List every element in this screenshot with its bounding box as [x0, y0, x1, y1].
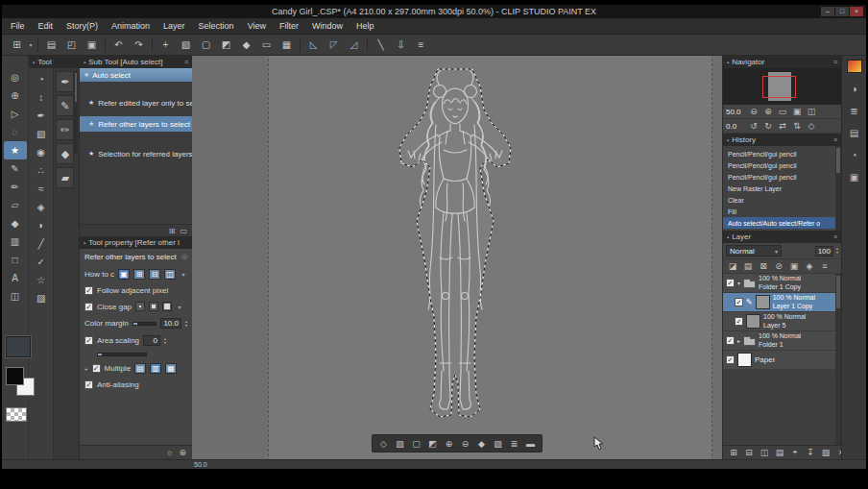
marquee-tool[interactable]: ▧	[30, 125, 53, 143]
tone-tool[interactable]: ▨	[30, 289, 53, 307]
menu-help[interactable]: Help	[350, 18, 381, 34]
multiple-refer-selected-icon[interactable]: ▥	[150, 363, 161, 374]
ruler-tool[interactable]: ╱	[30, 234, 53, 253]
history-item-selected[interactable]: Auto select/Auto select/Refer o	[723, 217, 835, 229]
sub-tool-brush[interactable]: ▰	[56, 167, 74, 188]
sub-tool-fill[interactable]: ◆	[56, 143, 74, 164]
reset-settings-icon[interactable]: ☼	[165, 448, 173, 457]
flip-horizontal-icon[interactable]: ⇄	[776, 120, 789, 132]
eyedropper-icon[interactable]: ◎	[181, 253, 187, 260]
layer-row-paper[interactable]: ✓ Paper	[723, 351, 841, 370]
panel-menu-icon[interactable]: ≡	[184, 59, 188, 65]
material-tab-icon[interactable]: ▤	[847, 126, 862, 139]
apply-mask-icon[interactable]: ▨	[820, 448, 832, 457]
zoom-tool[interactable]: ◎	[4, 68, 27, 86]
actual-size-icon[interactable]: ▣	[790, 106, 804, 117]
history-scrollbar[interactable]	[835, 146, 841, 231]
panel-menu-icon[interactable]: ≡	[833, 59, 837, 65]
close-button[interactable]: ×	[850, 7, 863, 16]
operation-tool[interactable]: ▷	[4, 105, 27, 123]
hand-tool[interactable]: ◔	[30, 70, 53, 88]
close-gap-dropdown-icon[interactable]: ▾	[176, 304, 183, 310]
select-area-icon[interactable]: ▧	[393, 437, 407, 450]
color-wheel-tab-icon[interactable]	[847, 60, 862, 73]
transparent-color-swatch[interactable]	[6, 407, 27, 422]
decoration-tool[interactable]: ◈	[30, 198, 53, 216]
ruler-icon[interactable]: ╲	[371, 37, 391, 53]
sub-tool-pencil[interactable]: ✏	[56, 119, 74, 140]
canvas[interactable]: ◇ ▧ ▢ ◩ ⊕ ⊖ ◆ ▨ ≣ ▬	[192, 56, 722, 459]
blend-mode-select[interactable]: Normal ▾	[726, 245, 782, 257]
area-scaling-stepper[interactable]: ▴▾	[164, 337, 166, 345]
select-rectangle-icon[interactable]: ▧	[176, 37, 196, 53]
balloon-tool[interactable]: ◗	[30, 216, 53, 234]
new-folder-icon[interactable]: ◫	[759, 448, 770, 457]
menu-edit[interactable]: Edit	[32, 18, 60, 34]
shrink-selection-icon[interactable]: ⊖	[458, 437, 472, 450]
auto-select-tool[interactable]: ★	[4, 141, 27, 159]
toolbar-settings-icon[interactable]: ≡	[411, 37, 431, 53]
follow-adjacent-checkbox[interactable]: ✓	[84, 286, 93, 295]
new-subtool-icon[interactable]: ⊞	[169, 227, 176, 235]
move-canvas-icon[interactable]: +	[156, 37, 176, 53]
workspace-dropdown-icon[interactable]: ▾	[27, 41, 35, 48]
color-margin-slider[interactable]	[133, 322, 157, 326]
snap-to-grid-icon[interactable]: ◿	[344, 37, 364, 53]
snap-to-special-ruler-icon[interactable]: ◸	[324, 37, 344, 53]
area-scaling-checkbox[interactable]: ✓	[84, 336, 93, 345]
zoom-in-icon[interactable]: ⊕	[761, 106, 775, 117]
text-tool[interactable]: A	[4, 269, 27, 287]
delete-subtool-icon[interactable]: ▭	[180, 227, 187, 235]
workspace-grid-icon[interactable]: ⊞	[7, 37, 27, 53]
selection-mode-new-icon[interactable]: ▣	[118, 269, 130, 280]
lightup-tool[interactable]: ☆	[30, 271, 53, 289]
layer-row-folder-1-copy[interactable]: ✓ ▾ 100 % Normal Folder 1 Copy	[723, 274, 841, 293]
redo-icon[interactable]: ↷	[129, 37, 149, 53]
deselect-icon[interactable]: ▢	[409, 437, 423, 450]
menu-file[interactable]: File	[4, 18, 32, 34]
layer-row-folder-1[interactable]: ✓ ▸ 100 % Normal Folder 1	[723, 331, 841, 351]
folder-expanded-icon[interactable]: ▾	[737, 280, 740, 286]
menu-filter[interactable]: Filter	[273, 18, 305, 34]
color-margin-stepper[interactable]: ▴▾	[185, 320, 187, 328]
menu-selection[interactable]: Selection	[192, 18, 241, 34]
area-scaling-slider[interactable]	[97, 353, 147, 356]
new-file-icon[interactable]: ▤	[41, 37, 61, 53]
history-item[interactable]: Pencil/Pencil/gui pencil	[723, 171, 835, 183]
fill-selection-icon[interactable]: ◆	[474, 437, 489, 450]
layer-visibility-checkbox[interactable]: ✓	[726, 279, 735, 287]
selection-mode-subtract-icon[interactable]: ⊟	[149, 269, 160, 280]
close-gap-size-2[interactable]	[149, 302, 158, 311]
item-bank-tab-icon[interactable]: ▣	[847, 170, 862, 183]
lasso-tool[interactable]: ◌	[4, 123, 27, 141]
multiple-checkbox[interactable]: ✓	[92, 364, 101, 373]
history-item[interactable]: Fill	[723, 206, 835, 217]
main-color-swatch[interactable]	[6, 367, 24, 385]
set-as-draft-icon[interactable]: ▣	[788, 261, 800, 271]
selection-mode-multiply-icon[interactable]: ◫	[164, 269, 176, 280]
minimize-button[interactable]: –	[821, 7, 834, 16]
navigator-rotation-value[interactable]: 0.0	[726, 122, 746, 131]
undo-icon[interactable]: ↶	[108, 37, 129, 53]
flip-view-icon[interactable]: ◫	[805, 106, 818, 117]
stroke-selection-icon[interactable]: ≣	[507, 437, 521, 450]
color-set-tab-icon[interactable]: ≣	[847, 104, 862, 117]
figure-tool[interactable]: □	[4, 251, 27, 269]
subtool-item[interactable]: ★ Selection for referred layers	[80, 146, 192, 161]
new-tone-icon[interactable]: ▨	[491, 437, 505, 450]
expand-selection-icon[interactable]: ⊕	[442, 437, 456, 450]
multiple-refer-all-icon[interactable]: ▤	[134, 363, 146, 374]
layer-opacity-value[interactable]: 100	[815, 246, 833, 257]
enable-ruler-icon[interactable]: ◈	[804, 261, 815, 271]
close-gap-size-3[interactable]	[162, 302, 172, 311]
fit-to-screen-icon[interactable]: ▭	[256, 37, 277, 53]
lock-transparent-pixels-icon[interactable]: ⊘	[773, 261, 784, 271]
rotate-ccw-icon[interactable]: ↺	[747, 120, 760, 132]
airbrush-tool[interactable]: ∴	[30, 161, 53, 180]
subtool-item[interactable]: ★ Refer edited layer only to select	[80, 95, 192, 110]
advanced-settings-icon[interactable]: ⊕	[179, 448, 186, 457]
open-file-icon[interactable]: ◰	[61, 37, 82, 53]
layer-row-layer-1-copy[interactable]: ✓ ✎ 100 % Normal Layer 1 Copy	[723, 293, 841, 312]
layer-visibility-checkbox[interactable]: ✓	[726, 336, 735, 345]
object-tool[interactable]: ✒	[30, 107, 53, 125]
